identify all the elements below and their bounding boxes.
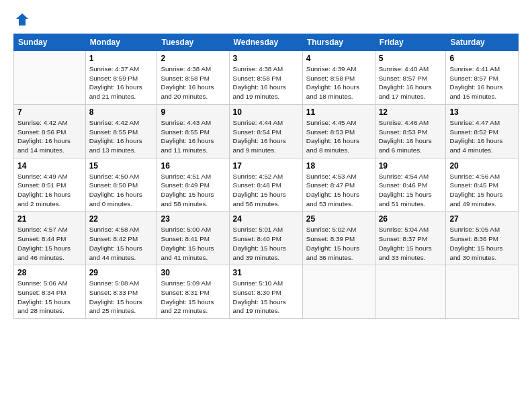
day-header-friday: Friday — [375, 34, 446, 51]
day-number: 5 — [379, 54, 443, 63]
day-number: 14 — [17, 161, 82, 171]
cell-details: Sunrise: 4:57 AM Sunset: 8:44 PM Dayligh… — [17, 225, 82, 262]
cell-details: Sunrise: 5:06 AM Sunset: 8:34 PM Dayligh… — [17, 279, 82, 316]
calendar-week-row: 14Sunrise: 4:49 AM Sunset: 8:51 PM Dayli… — [14, 158, 519, 212]
calendar-cell: 18Sunrise: 4:53 AM Sunset: 8:47 PM Dayli… — [302, 158, 375, 212]
cell-details: Sunrise: 4:38 AM Sunset: 8:58 PM Dayligh… — [233, 64, 299, 101]
day-number: 29 — [89, 268, 154, 277]
cell-details: Sunrise: 4:44 AM Sunset: 8:54 PM Dayligh… — [233, 118, 299, 155]
cell-details: Sunrise: 5:02 AM Sunset: 8:39 PM Dayligh… — [306, 225, 371, 262]
cell-details: Sunrise: 4:41 AM Sunset: 8:57 PM Dayligh… — [449, 64, 515, 101]
day-number: 28 — [17, 268, 82, 277]
cell-details: Sunrise: 4:46 AM Sunset: 8:53 PM Dayligh… — [379, 118, 443, 155]
cell-details: Sunrise: 4:42 AM Sunset: 8:55 PM Dayligh… — [89, 118, 154, 155]
day-number: 9 — [161, 107, 225, 117]
day-number: 3 — [233, 54, 299, 63]
day-number: 22 — [89, 214, 154, 224]
day-number: 16 — [161, 161, 225, 171]
cell-details: Sunrise: 4:40 AM Sunset: 8:57 PM Dayligh… — [379, 64, 443, 101]
day-number: 17 — [233, 161, 299, 171]
calendar-cell: 25Sunrise: 5:02 AM Sunset: 8:39 PM Dayli… — [302, 212, 375, 265]
day-number: 4 — [306, 54, 371, 63]
page: SundayMondayTuesdayWednesdayThursdayFrid… — [0, 0, 532, 326]
cell-details: Sunrise: 5:10 AM Sunset: 8:30 PM Dayligh… — [233, 279, 299, 316]
days-header-row: SundayMondayTuesdayWednesdayThursdayFrid… — [14, 34, 519, 51]
cell-details: Sunrise: 5:04 AM Sunset: 8:37 PM Dayligh… — [379, 225, 443, 262]
calendar-cell — [302, 265, 375, 319]
day-number: 18 — [306, 161, 371, 171]
calendar-week-row: 21Sunrise: 4:57 AM Sunset: 8:44 PM Dayli… — [14, 212, 519, 265]
calendar-cell — [446, 265, 519, 319]
cell-details: Sunrise: 4:37 AM Sunset: 8:59 PM Dayligh… — [89, 64, 154, 101]
calendar-cell: 10Sunrise: 4:44 AM Sunset: 8:54 PM Dayli… — [229, 104, 302, 158]
day-number: 20 — [449, 161, 515, 171]
day-number: 12 — [379, 107, 443, 117]
cell-details: Sunrise: 5:08 AM Sunset: 8:33 PM Dayligh… — [89, 279, 154, 316]
cell-details: Sunrise: 4:39 AM Sunset: 8:58 PM Dayligh… — [306, 64, 371, 101]
calendar-cell: 16Sunrise: 4:51 AM Sunset: 8:49 PM Dayli… — [157, 158, 229, 212]
calendar-cell: 8Sunrise: 4:42 AM Sunset: 8:55 PM Daylig… — [85, 104, 157, 158]
calendar-cell: 21Sunrise: 4:57 AM Sunset: 8:44 PM Dayli… — [14, 212, 86, 265]
cell-details: Sunrise: 4:49 AM Sunset: 8:51 PM Dayligh… — [17, 172, 82, 209]
cell-details: Sunrise: 4:50 AM Sunset: 8:50 PM Dayligh… — [89, 172, 154, 209]
day-number: 24 — [233, 214, 299, 224]
day-header-tuesday: Tuesday — [157, 34, 229, 51]
calendar-cell: 29Sunrise: 5:08 AM Sunset: 8:33 PM Dayli… — [85, 265, 157, 319]
cell-details: Sunrise: 4:54 AM Sunset: 8:46 PM Dayligh… — [379, 172, 443, 209]
cell-details: Sunrise: 4:42 AM Sunset: 8:56 PM Dayligh… — [17, 118, 82, 155]
calendar-cell: 1Sunrise: 4:37 AM Sunset: 8:59 PM Daylig… — [85, 51, 157, 105]
calendar-week-row: 7Sunrise: 4:42 AM Sunset: 8:56 PM Daylig… — [14, 104, 519, 158]
calendar-cell: 27Sunrise: 5:05 AM Sunset: 8:36 PM Dayli… — [446, 212, 519, 265]
day-header-saturday: Saturday — [446, 34, 519, 51]
calendar-cell: 5Sunrise: 4:40 AM Sunset: 8:57 PM Daylig… — [375, 51, 446, 105]
day-number: 19 — [379, 161, 443, 171]
day-number: 7 — [17, 107, 82, 117]
calendar-cell: 26Sunrise: 5:04 AM Sunset: 8:37 PM Dayli… — [375, 212, 446, 265]
day-header-thursday: Thursday — [302, 34, 375, 51]
day-number: 8 — [89, 107, 154, 117]
day-header-sunday: Sunday — [14, 34, 86, 51]
calendar-cell: 17Sunrise: 4:52 AM Sunset: 8:48 PM Dayli… — [229, 158, 302, 212]
day-number: 25 — [306, 214, 371, 224]
day-header-wednesday: Wednesday — [229, 34, 302, 51]
calendar-cell: 14Sunrise: 4:49 AM Sunset: 8:51 PM Dayli… — [14, 158, 86, 212]
day-number: 27 — [449, 214, 515, 224]
logo-icon — [15, 12, 30, 27]
day-number: 23 — [161, 214, 225, 224]
calendar-cell — [14, 51, 86, 105]
calendar-cell: 30Sunrise: 5:09 AM Sunset: 8:31 PM Dayli… — [157, 265, 229, 319]
day-number: 31 — [233, 268, 299, 277]
calendar-cell — [375, 265, 446, 319]
calendar-cell: 23Sunrise: 5:00 AM Sunset: 8:41 PM Dayli… — [157, 212, 229, 265]
cell-details: Sunrise: 4:56 AM Sunset: 8:45 PM Dayligh… — [449, 172, 515, 209]
day-number: 1 — [89, 54, 154, 63]
day-header-monday: Monday — [85, 34, 157, 51]
calendar-cell: 22Sunrise: 4:58 AM Sunset: 8:42 PM Dayli… — [85, 212, 157, 265]
cell-details: Sunrise: 5:09 AM Sunset: 8:31 PM Dayligh… — [161, 279, 225, 316]
calendar-cell: 31Sunrise: 5:10 AM Sunset: 8:30 PM Dayli… — [229, 265, 302, 319]
calendar-cell: 4Sunrise: 4:39 AM Sunset: 8:58 PM Daylig… — [302, 51, 375, 105]
calendar-cell: 6Sunrise: 4:41 AM Sunset: 8:57 PM Daylig… — [446, 51, 519, 105]
calendar-cell: 11Sunrise: 4:45 AM Sunset: 8:53 PM Dayli… — [302, 104, 375, 158]
cell-details: Sunrise: 4:58 AM Sunset: 8:42 PM Dayligh… — [89, 225, 154, 262]
calendar-cell: 24Sunrise: 5:01 AM Sunset: 8:40 PM Dayli… — [229, 212, 302, 265]
calendar-week-row: 28Sunrise: 5:06 AM Sunset: 8:34 PM Dayli… — [14, 265, 519, 319]
calendar-table: SundayMondayTuesdayWednesdayThursdayFrid… — [13, 34, 519, 319]
calendar-cell: 19Sunrise: 4:54 AM Sunset: 8:46 PM Dayli… — [375, 158, 446, 212]
logo — [13, 12, 30, 27]
day-number: 15 — [89, 161, 154, 171]
cell-details: Sunrise: 5:00 AM Sunset: 8:41 PM Dayligh… — [161, 225, 225, 262]
cell-details: Sunrise: 4:38 AM Sunset: 8:58 PM Dayligh… — [161, 64, 225, 101]
header — [13, 12, 519, 27]
calendar-cell: 20Sunrise: 4:56 AM Sunset: 8:45 PM Dayli… — [446, 158, 519, 212]
calendar-week-row: 1Sunrise: 4:37 AM Sunset: 8:59 PM Daylig… — [14, 51, 519, 105]
day-number: 6 — [449, 54, 515, 63]
cell-details: Sunrise: 5:01 AM Sunset: 8:40 PM Dayligh… — [233, 225, 299, 262]
day-number: 26 — [379, 214, 443, 224]
cell-details: Sunrise: 4:47 AM Sunset: 8:52 PM Dayligh… — [449, 118, 515, 155]
calendar-cell: 7Sunrise: 4:42 AM Sunset: 8:56 PM Daylig… — [14, 104, 86, 158]
calendar-cell: 3Sunrise: 4:38 AM Sunset: 8:58 PM Daylig… — [229, 51, 302, 105]
day-number: 11 — [306, 107, 371, 117]
day-number: 30 — [161, 268, 225, 277]
day-number: 10 — [233, 107, 299, 117]
